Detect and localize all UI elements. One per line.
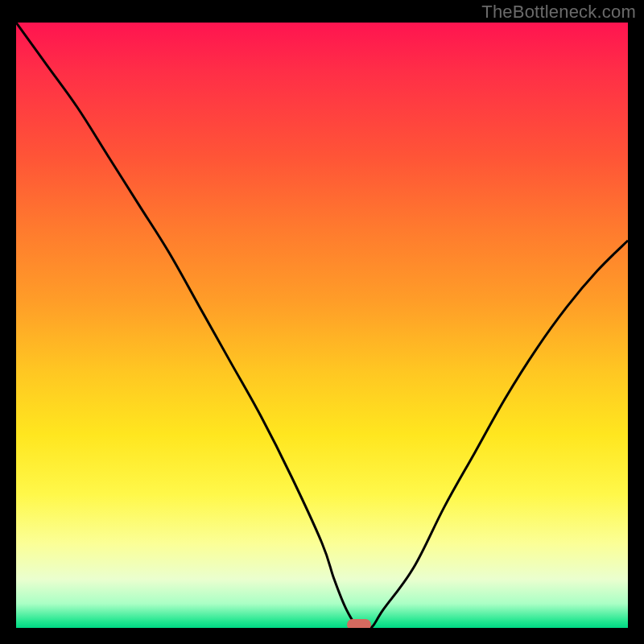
plot-area [16,23,628,628]
watermark-text: TheBottleneck.com [481,2,636,23]
optimal-marker [347,619,371,628]
bottleneck-curve [16,23,628,628]
curve-path [16,23,628,628]
chart-stage: TheBottleneck.com [0,0,644,644]
